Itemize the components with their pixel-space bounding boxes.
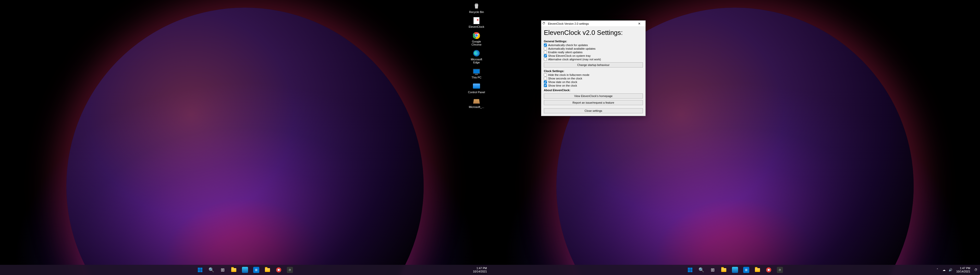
taskbar-tray: ˄ ☁ 🔊 1:47 PM 10/14/2021 ⏱ bbox=[934, 265, 979, 275]
opt-silent-updates[interactable]: Enable really silent updates bbox=[544, 51, 643, 54]
start-button[interactable] bbox=[195, 265, 205, 275]
checkbox[interactable] bbox=[544, 58, 547, 61]
taskbar-clock[interactable]: 1:47 PM 10/14/2021 bbox=[471, 267, 489, 273]
control-panel-icon bbox=[473, 82, 480, 90]
desktop-icon-label: Google Chrome bbox=[467, 40, 486, 46]
taskbar-1: 🔍 ⊞ ⊞ ⏱ 1:47 PM 10/14/2021 bbox=[0, 265, 490, 275]
checkbox[interactable] bbox=[544, 84, 547, 87]
search-button[interactable]: 🔍 bbox=[696, 265, 706, 275]
monitor-2: ⏱ ElevenClock Version 2.0 settings ✕ Ele… bbox=[490, 0, 980, 275]
taskbar-app-folder[interactable] bbox=[752, 265, 762, 275]
about-section-title: About ElevenClock: bbox=[544, 89, 643, 92]
report-issue-button[interactable]: Report an issue/request a feature bbox=[544, 100, 643, 105]
desktop-icon-control-panel[interactable]: Control Panel bbox=[467, 82, 486, 94]
view-homepage-button[interactable]: View ElevenClock's homepage bbox=[544, 93, 643, 98]
box-icon bbox=[473, 97, 480, 105]
desktop-icon-label: Microsoft Edge bbox=[467, 58, 486, 64]
taskbar-center: 🔍 ⊞ ⊞ ⏱ bbox=[685, 265, 785, 275]
close-settings-button[interactable]: Close settings bbox=[544, 108, 643, 113]
desktop-icon-label: This PC bbox=[471, 76, 481, 79]
taskbar-app-folder[interactable] bbox=[262, 265, 272, 275]
window-icon: ⏱ bbox=[542, 22, 546, 26]
monitor-1: Recycle Bin ElevenClock Google Chrome Mi… bbox=[0, 0, 490, 275]
elevenclock-settings-window: ⏱ ElevenClock Version 2.0 settings ✕ Ele… bbox=[541, 21, 646, 116]
recycle-bin-icon bbox=[473, 2, 480, 10]
task-view-button[interactable]: ⊞ bbox=[218, 265, 228, 275]
taskbar-app-store[interactable]: ⊞ bbox=[741, 265, 751, 275]
checkbox[interactable] bbox=[544, 81, 547, 84]
checkbox[interactable] bbox=[544, 47, 547, 50]
tray-elevenclock-icon[interactable]: ⏱ bbox=[973, 265, 979, 275]
window-titlebar[interactable]: ⏱ ElevenClock Version 2.0 settings ✕ bbox=[541, 21, 646, 27]
taskbar-app-explorer[interactable] bbox=[719, 265, 729, 275]
settings-heading: ElevenClock v2.0 Settings: bbox=[544, 29, 643, 37]
clock-date: 10/14/2021 bbox=[473, 270, 487, 273]
taskbar-clock[interactable]: 1:47 PM 10/14/2021 bbox=[954, 267, 972, 273]
checkbox[interactable] bbox=[544, 44, 547, 47]
checkbox-label: Automatically install available updates bbox=[548, 47, 595, 50]
desktop-icon-label: Recycle Bin bbox=[469, 10, 484, 14]
taskbar-center: 🔍 ⊞ ⊞ ⏱ bbox=[195, 265, 295, 275]
opt-show-time[interactable]: Show time on the clock bbox=[544, 84, 643, 87]
opt-show-date[interactable]: Show date on the clock bbox=[544, 81, 643, 84]
checkbox[interactable] bbox=[544, 73, 547, 76]
desktop-icon-microsoft-folder[interactable]: Microsoft_... bbox=[467, 96, 486, 109]
clock-time: 1:47 PM bbox=[956, 267, 970, 270]
checkbox-label: Show ElevenClock on system tray bbox=[548, 54, 590, 57]
checkbox[interactable] bbox=[544, 51, 547, 54]
checkbox-label: Hide the clock in fullscreen mode bbox=[548, 73, 589, 76]
desktop-icon-label: Control Panel bbox=[468, 91, 485, 94]
search-button[interactable]: 🔍 bbox=[206, 265, 216, 275]
change-startup-button[interactable]: Change startup behaviour bbox=[544, 62, 643, 68]
pc-icon bbox=[473, 67, 480, 75]
start-button[interactable] bbox=[685, 265, 695, 275]
clock-time: 1:47 PM bbox=[473, 267, 487, 270]
desktop-icon-this-pc[interactable]: This PC bbox=[467, 67, 486, 79]
checkbox-label: Show date on the clock bbox=[548, 81, 577, 84]
taskbar-tray: 1:47 PM 10/14/2021 bbox=[471, 267, 489, 273]
tray-onedrive-icon[interactable]: ☁ bbox=[941, 265, 947, 275]
desktop-icon-label: Microsoft_... bbox=[469, 106, 484, 109]
checkbox-label: Show time on the clock bbox=[548, 84, 577, 87]
checkbox-label: Alternative clock alignment (may not wor… bbox=[548, 58, 601, 61]
opt-alt-alignment[interactable]: Alternative clock alignment (may not wor… bbox=[544, 58, 643, 61]
script-icon bbox=[473, 17, 480, 25]
edge-icon bbox=[473, 49, 480, 57]
taskbar-app-explorer[interactable] bbox=[229, 265, 239, 275]
taskbar-app-chrome[interactable] bbox=[764, 265, 774, 275]
opt-show-seconds[interactable]: Show seconds on the clock bbox=[544, 77, 643, 80]
taskbar-app-elevenclock[interactable]: ⏱ bbox=[775, 265, 785, 275]
task-view-button[interactable]: ⊞ bbox=[708, 265, 718, 275]
checkbox[interactable] bbox=[544, 77, 547, 80]
desktop-icons-area: Recycle Bin ElevenClock Google Chrome Mi… bbox=[467, 1, 486, 109]
opt-show-tray[interactable]: Show ElevenClock on system tray bbox=[544, 54, 643, 57]
checkbox-label: Show seconds on the clock bbox=[548, 77, 582, 80]
taskbar-app-edge[interactable] bbox=[730, 265, 740, 275]
desktop-icon-edge[interactable]: Microsoft Edge bbox=[467, 49, 486, 65]
tray-volume-icon[interactable]: 🔊 bbox=[948, 265, 954, 275]
window-title: ElevenClock Version 2.0 settings bbox=[548, 22, 634, 25]
svg-point-9 bbox=[768, 269, 770, 271]
opt-auto-check-updates[interactable]: Automatically check for updates bbox=[544, 44, 643, 47]
desktop-icon-recycle-bin[interactable]: Recycle Bin bbox=[467, 1, 486, 14]
general-section-title: General Settings: bbox=[544, 40, 643, 43]
desktop-icon-chrome[interactable]: Google Chrome bbox=[467, 31, 486, 47]
clock-section-title: Clock Settings: bbox=[544, 70, 643, 73]
taskbar-app-edge[interactable] bbox=[240, 265, 250, 275]
desktop-icon-label: ElevenClock bbox=[469, 25, 484, 28]
checkbox[interactable] bbox=[544, 54, 547, 57]
window-body: ElevenClock v2.0 Settings: General Setti… bbox=[541, 27, 646, 116]
checkbox-label: Automatically check for updates bbox=[548, 44, 588, 47]
checkbox-label: Enable really silent updates bbox=[548, 51, 583, 54]
taskbar-app-store[interactable]: ⊞ bbox=[251, 265, 261, 275]
close-button[interactable]: ✕ bbox=[634, 21, 644, 27]
opt-hide-fullscreen[interactable]: Hide the clock in fullscreen mode bbox=[544, 73, 643, 76]
clock-date: 10/14/2021 bbox=[956, 270, 970, 273]
desktop-icon-elevenclock[interactable]: ElevenClock bbox=[467, 16, 486, 29]
taskbar-app-elevenclock[interactable]: ⏱ bbox=[285, 265, 295, 275]
opt-auto-install-updates[interactable]: Automatically install available updates bbox=[544, 47, 643, 50]
tray-chevron-icon[interactable]: ˄ bbox=[934, 265, 940, 275]
svg-point-6 bbox=[278, 269, 280, 271]
chrome-icon bbox=[473, 31, 480, 40]
taskbar-app-chrome[interactable] bbox=[274, 265, 284, 275]
